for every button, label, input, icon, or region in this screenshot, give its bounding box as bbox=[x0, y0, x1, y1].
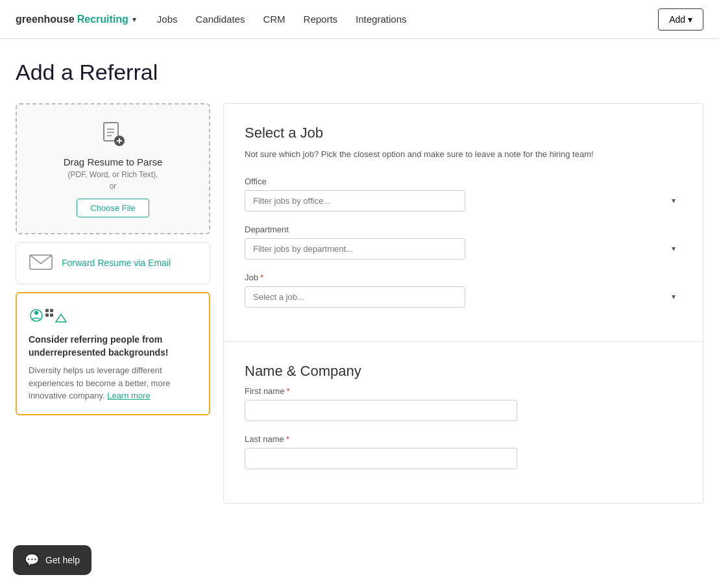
logo-recruiting: Recruiting bbox=[77, 14, 128, 25]
logo[interactable]: greenhouse Recruiting ▾ bbox=[16, 14, 136, 25]
logo-greenhouse: greenhouse bbox=[16, 14, 75, 25]
logo-chevron-icon: ▾ bbox=[132, 15, 136, 24]
job-select-wrapper: Select a job... ▾ bbox=[245, 286, 682, 308]
select-job-title: Select a Job bbox=[245, 125, 682, 141]
department-select-wrapper: Filter jobs by department... ▾ bbox=[245, 238, 682, 260]
left-panel: Drag Resume to Parse (PDF, Word, or Rich… bbox=[16, 103, 210, 415]
svg-rect-13 bbox=[50, 313, 53, 317]
svg-rect-11 bbox=[50, 309, 53, 312]
svg-rect-12 bbox=[45, 313, 49, 317]
email-icon bbox=[29, 254, 53, 272]
nav-integrations[interactable]: Integrations bbox=[356, 14, 406, 25]
department-chevron-icon: ▾ bbox=[672, 244, 676, 253]
office-field-group: Office Filter jobs by office... ▾ bbox=[245, 177, 682, 212]
navigation: greenhouse Recruiting ▾ Jobs Candidates … bbox=[0, 0, 719, 39]
diversity-card: Consider referring people from underrepr… bbox=[16, 292, 210, 415]
svg-rect-10 bbox=[45, 309, 49, 312]
name-company-title: Name & Company bbox=[245, 363, 682, 380]
diversity-title: Consider referring people from underrepr… bbox=[29, 334, 197, 359]
email-forward-link[interactable]: Forward Resume via Email bbox=[62, 257, 171, 270]
first-name-input[interactable] bbox=[245, 400, 517, 421]
document-icon bbox=[99, 120, 127, 149]
last-name-field-group: Last name* bbox=[245, 434, 682, 469]
diversity-learn-more-link[interactable]: Learn more bbox=[107, 391, 150, 400]
job-select[interactable]: Select a job... bbox=[245, 286, 465, 308]
select-job-subtitle: Not sure which job? Pick the closest opt… bbox=[245, 148, 682, 161]
page-title: Add a Referral bbox=[16, 60, 703, 85]
add-button[interactable]: Add ▾ bbox=[658, 8, 703, 31]
nav-links: Jobs Candidates CRM Reports Integrations bbox=[157, 14, 658, 25]
svg-marker-14 bbox=[56, 314, 66, 322]
right-panel: Select a Job Not sure which job? Pick th… bbox=[223, 103, 703, 504]
office-select-wrapper: Filter jobs by office... ▾ bbox=[245, 190, 682, 212]
diversity-description: Diversity helps us leverage different ex… bbox=[29, 364, 197, 402]
department-label: Department bbox=[245, 225, 682, 234]
job-field-group: Job* Select a job... ▾ bbox=[245, 273, 682, 308]
diversity-icons bbox=[29, 305, 197, 326]
nav-candidates[interactable]: Candidates bbox=[196, 14, 245, 25]
office-select[interactable]: Filter jobs by office... bbox=[245, 190, 465, 212]
nav-jobs[interactable]: Jobs bbox=[157, 14, 178, 25]
office-label: Office bbox=[245, 177, 682, 186]
drop-zone-subtitle: (PDF, Word, or Rich Text), bbox=[68, 170, 158, 179]
resume-drop-zone[interactable]: Drag Resume to Parse (PDF, Word, or Rich… bbox=[16, 103, 210, 234]
drop-zone-title: Drag Resume to Parse bbox=[64, 156, 163, 167]
job-label: Job* bbox=[245, 273, 682, 282]
email-forward-section[interactable]: Forward Resume via Email bbox=[16, 242, 210, 284]
select-job-section: Select a Job Not sure which job? Pick th… bbox=[224, 104, 703, 342]
page-content: Add a Referral Drag Resume to P bbox=[0, 39, 719, 524]
first-name-label: First name* bbox=[245, 386, 682, 396]
department-select[interactable]: Filter jobs by department... bbox=[245, 238, 465, 260]
svg-point-9 bbox=[34, 311, 38, 315]
department-field-group: Department Filter jobs by department... … bbox=[245, 225, 682, 260]
drop-zone-or: or bbox=[110, 182, 117, 191]
name-company-section: Name & Company First name* Last name* bbox=[224, 342, 703, 503]
last-name-input[interactable] bbox=[245, 448, 517, 469]
job-chevron-icon: ▾ bbox=[672, 292, 676, 301]
nav-crm[interactable]: CRM bbox=[263, 14, 285, 25]
last-name-label: Last name* bbox=[245, 434, 682, 444]
choose-file-button[interactable]: Choose File bbox=[77, 199, 149, 217]
nav-reports[interactable]: Reports bbox=[304, 14, 338, 25]
office-chevron-icon: ▾ bbox=[672, 196, 676, 205]
first-name-field-group: First name* bbox=[245, 386, 682, 421]
main-layout: Drag Resume to Parse (PDF, Word, or Rich… bbox=[16, 103, 703, 504]
